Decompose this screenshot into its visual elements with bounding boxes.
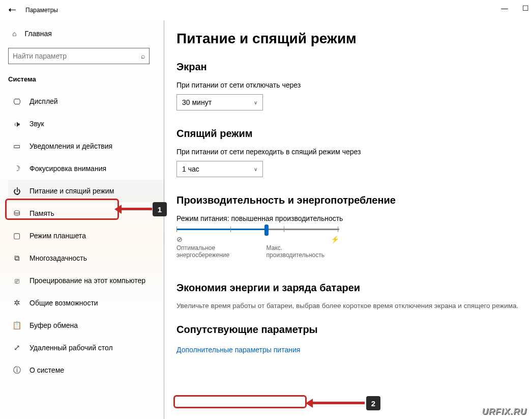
storage-icon: ⛁ [12,209,21,218]
sidebar-item-remote[interactable]: ⤢Удаленный рабочий стол [8,337,164,359]
sidebar-item-multitask[interactable]: ⧉Многозадачность [8,247,164,269]
watermark: URFIX.RU [482,407,527,417]
additional-power-settings-link[interactable]: Дополнительные параметры питания [176,344,300,356]
display-icon: 🖵 [12,97,21,106]
back-button[interactable]: 🠐 [4,6,20,15]
sleep-timeout-value: 1 час [182,165,199,173]
sidebar-item-label: Питание и спящий режим [29,187,114,195]
notifications-icon: ▭ [12,142,21,151]
sidebar-item-about[interactable]: ⓘО системе [8,359,164,381]
sidebar-item-label: Буфер обмена [29,321,78,329]
sidebar-item-project[interactable]: ⎚Проецирование на этот компьютер [8,269,164,292]
sleep-timeout-select[interactable]: 1 час ∨ [176,161,263,177]
sidebar-item-label: Многозадачность [29,254,87,262]
annotation-highlight-2 [173,395,307,408]
sidebar-item-shared[interactable]: ✲Общие возможности [8,292,164,314]
sidebar-item-label: Звук [29,120,44,128]
multitask-icon: ⧉ [12,254,21,263]
sidebar-item-label: О системе [29,366,64,374]
battery-desc: Увеличьте время работы от батареи, выбра… [176,302,532,310]
about-icon: ⓘ [12,366,21,375]
window-title: Параметры [20,7,58,14]
section-screen: Экран [176,61,532,73]
section-sleep: Спящий режим [176,128,532,139]
power-icon: ⏻ [12,187,21,195]
sidebar-item-label: Удаленный рабочий стол [29,344,113,352]
category-header: Система [8,72,164,90]
remote-icon: ⤢ [12,343,21,352]
focus-icon: ☽ [12,164,21,173]
sidebar-item-storage[interactable]: ⛁Память [8,202,164,225]
search-input[interactable] [13,52,141,60]
sidebar-item-tablet[interactable]: ▢Режим планшета [8,225,164,247]
sidebar-item-label: Уведомления и действия [29,142,112,150]
sidebar-item-label: Фокусировка внимания [29,164,106,173]
shared-icon: ✲ [12,298,21,308]
annotation-badge-1: 1 [153,202,167,216]
minimize-button[interactable]: — [501,4,508,12]
section-related: Сопутствующие параметры [176,324,532,336]
project-icon: ⎚ [12,276,21,285]
leaf-icon: ⊘ [176,235,183,243]
sidebar-item-label: Проецирование на этот компьютер [29,276,145,285]
sidebar-item-focus[interactable]: ☽Фокусировка внимания [8,157,164,180]
clipboard-icon: 📋 [12,321,21,330]
sidebar-item-sound[interactable]: 🕩Звук [8,113,164,135]
power-slider[interactable] [176,229,339,230]
sidebar-item-label: Дисплей [29,97,58,105]
search-box[interactable]: ⌕ [8,48,150,64]
page-title: Питание и спящий режим [176,31,532,47]
sidebar: ⌂ Главная ⌕ Система 🖵Дисплей 🕩Звук ▭Увед… [0,20,164,419]
home-icon: ⌂ [12,30,16,38]
sidebar-item-label: Общие возможности [29,299,98,307]
slider-thumb[interactable] [264,225,269,236]
search-icon: ⌕ [141,52,145,60]
sidebar-item-label: Память [29,209,54,217]
main-panel: Питание и спящий режим Экран При питании… [164,20,532,419]
titlebar: 🠐 Параметры — ☐ [0,0,532,20]
sleep-label: При питании от сети переходить в спящий … [176,148,532,156]
sidebar-item-label: Режим планшета [29,232,86,240]
sidebar-item-notifications[interactable]: ▭Уведомления и действия [8,135,164,157]
maximize-button[interactable]: ☐ [522,4,529,12]
home-button[interactable]: ⌂ Главная [8,24,164,43]
screen-timeout-value: 30 минут [182,98,212,106]
chevron-down-icon: ∨ [254,166,257,172]
section-battery: Экономия энергии и заряда батареи [176,282,532,294]
sidebar-item-clipboard[interactable]: 📋Буфер обмена [8,314,164,337]
bolt-icon: ⚡ [331,235,339,243]
tablet-icon: ▢ [12,231,21,240]
chevron-down-icon: ∨ [254,100,257,105]
screen-label: При питании от сети отключать через [176,81,532,89]
sidebar-item-display[interactable]: 🖵Дисплей [8,90,164,113]
perf-max-label: Макс. производительность [267,244,339,259]
home-label: Главная [24,30,51,38]
section-performance: Производительность и энергопотребление [176,194,532,206]
sound-icon: 🕩 [12,120,21,128]
power-mode-label: Режим питания: повышенная производительн… [176,214,532,222]
annotation-badge-2: 2 [366,396,380,410]
screen-timeout-select[interactable]: 30 минут ∨ [176,94,263,110]
perf-min-label: Оптимальное энергосбережение [176,244,267,259]
sidebar-item-power[interactable]: ⏻Питание и спящий режим [8,180,164,202]
